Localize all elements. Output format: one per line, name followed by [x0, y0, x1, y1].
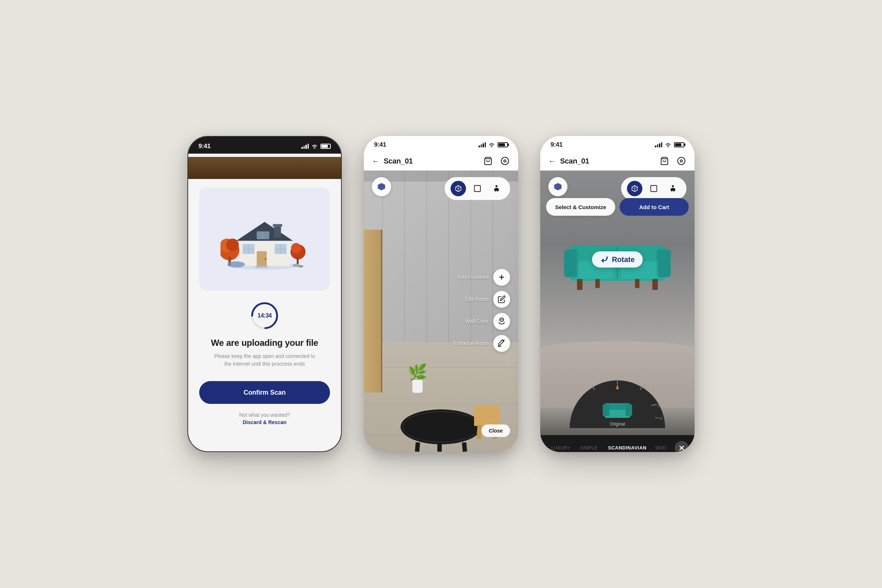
2d-view-button-2[interactable] — [470, 181, 485, 196]
phone1-body: 14:34 We are uploading your file Please … — [188, 179, 341, 451]
wifi-icon-3 — [665, 142, 671, 147]
svg-rect-36 — [500, 318, 504, 321]
layers-icon-2 — [377, 182, 386, 191]
svg-point-37 — [504, 340, 505, 340]
style-selector-bar: LUXURY SIMPLE SCANDINAVIAN MOD — [540, 435, 694, 452]
edit-room-item[interactable]: Edit Room — [453, 291, 510, 308]
svg-point-9 — [265, 258, 266, 260]
style-scandinavian[interactable]: SCANDINAVIAN — [603, 445, 652, 450]
cart-svg-3 — [660, 156, 669, 165]
svg-point-30 — [501, 157, 508, 165]
enhance-room-label: Enhance Room — [453, 340, 489, 346]
signal-bars-1 — [302, 144, 309, 149]
svg-rect-46 — [656, 249, 670, 277]
phone-1: 9:41 — [188, 136, 342, 452]
wifi-icon-1 — [311, 144, 318, 149]
style-close-button[interactable] — [675, 441, 689, 452]
wall-color-btn[interactable] — [493, 313, 510, 330]
settings-icon-3[interactable] — [676, 156, 687, 166]
signal-bars-3 — [655, 142, 662, 147]
square-icon-2 — [473, 184, 482, 193]
svg-text:4: 4 — [660, 416, 662, 421]
2d-view-button-3[interactable] — [646, 181, 662, 196]
settings-icon-2[interactable] — [500, 156, 510, 166]
svg-rect-4 — [274, 225, 281, 237]
status-icons-3 — [655, 142, 684, 147]
status-bar-phone1: 9:41 — [188, 137, 341, 154]
pencil-icon — [498, 295, 506, 303]
select-customize-button[interactable]: Select & Customize — [546, 198, 615, 216]
cube-icon-3 — [631, 184, 639, 193]
3d-view-button-3[interactable] — [627, 181, 642, 196]
layers-button-3[interactable] — [548, 177, 567, 196]
svg-rect-55 — [596, 279, 600, 288]
square-icon-3 — [650, 184, 658, 193]
svg-rect-70 — [626, 404, 632, 416]
house-container — [199, 188, 330, 291]
close-menu-button[interactable]: Close — [482, 424, 510, 437]
enhance-room-btn[interactable] — [493, 335, 510, 352]
scan-header-right-3 — [659, 156, 687, 166]
svg-text:Original: Original — [610, 422, 625, 427]
door-frame — [364, 230, 382, 393]
status-icons-2 — [478, 142, 508, 147]
coffee-table — [400, 410, 482, 444]
edit-room-btn[interactable] — [493, 291, 510, 308]
main-scene: 9:41 — [0, 0, 882, 588]
color-icon — [498, 317, 506, 325]
wall-color-label: Wall Color — [465, 318, 489, 324]
scan-header-3: ← Scan_01 — [540, 152, 694, 171]
select-btn-label: Select & Customize — [555, 204, 606, 210]
confirm-scan-button[interactable]: Confirm Scan — [199, 381, 330, 404]
status-time-1: 9:41 — [198, 142, 211, 150]
ar-view-2: 🌿 — [364, 171, 518, 452]
svg-text:1: 1 — [644, 384, 646, 388]
layers-icon-3 — [554, 182, 562, 191]
compass-svg: 0 1 3 4 Original — [566, 371, 669, 428]
add-to-cart-button[interactable]: Add to Cart — [620, 198, 689, 216]
timer-ring: 14:34 — [250, 301, 279, 330]
svg-point-39 — [678, 157, 685, 165]
status-bar-phone2: 9:41 — [364, 136, 518, 152]
rotate-badge[interactable]: Rotate — [592, 251, 643, 267]
house-svg — [220, 202, 309, 276]
person-view-button-3[interactable] — [665, 181, 681, 196]
svg-rect-5 — [273, 224, 282, 227]
ar-toolbar-2 — [364, 171, 518, 207]
back-button-3[interactable]: ← — [548, 157, 556, 165]
enhance-room-item[interactable]: Enhance Room — [453, 335, 510, 352]
scan-header-right-2 — [483, 156, 510, 166]
layers-button-2[interactable] — [372, 177, 391, 196]
discard-rescan-link[interactable]: Discard & Rescan — [243, 419, 286, 425]
status-time-2: 9:41 — [374, 141, 386, 148]
svg-text:0: 0 — [616, 373, 618, 378]
svg-rect-22 — [297, 258, 298, 265]
add-furniture-item[interactable]: Add Furniture — [453, 268, 510, 285]
upload-desc: Please keep the app open and connected t… — [213, 352, 316, 368]
wood-bar — [188, 157, 341, 179]
wall-color-item[interactable]: Wall Color — [453, 313, 510, 330]
svg-point-21 — [291, 243, 301, 253]
svg-rect-69 — [603, 404, 609, 416]
svg-rect-56 — [635, 279, 639, 288]
close-menu-container: Close — [482, 424, 510, 437]
cart-icon-2[interactable] — [483, 156, 493, 166]
cart-icon-3[interactable] — [659, 156, 670, 166]
3d-view-button-2[interactable] — [450, 181, 466, 196]
style-modern[interactable]: MOD — [652, 446, 670, 450]
add-furniture-btn[interactable] — [493, 268, 510, 285]
close-icon — [678, 445, 685, 451]
back-button-2[interactable]: ← — [372, 157, 379, 165]
status-icons-1 — [302, 144, 331, 149]
phone-3: 9:41 ← Scan_01 — [540, 136, 694, 452]
style-simple[interactable]: SIMPLE — [575, 446, 603, 450]
close-menu-label: Close — [489, 428, 503, 434]
add-furniture-label: Add Furniture — [458, 274, 489, 280]
wifi-icon-2 — [488, 142, 495, 147]
svg-point-26 — [298, 265, 303, 267]
sofa-ar-container: Rotate — [559, 240, 676, 293]
person-icon-2 — [492, 184, 501, 193]
person-view-button-2[interactable] — [489, 181, 504, 196]
style-luxury[interactable]: LUXURY — [546, 446, 575, 450]
accent-chair — [474, 406, 500, 426]
